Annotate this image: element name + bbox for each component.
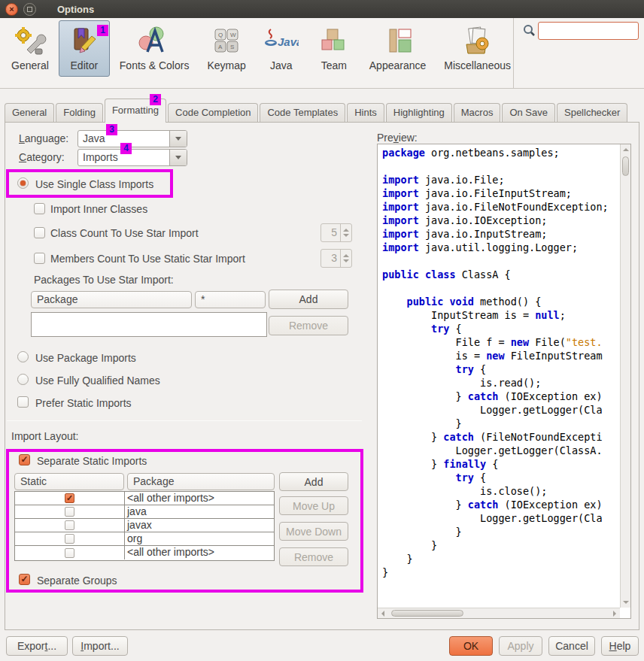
row-static-checkbox[interactable]: ✓: [65, 493, 74, 503]
toolbar-item-miscellaneous[interactable]: Miscellaneous: [436, 20, 519, 77]
help-button[interactable]: Help: [601, 636, 639, 656]
static-cell[interactable]: [15, 546, 125, 559]
row-static-checkbox[interactable]: [65, 520, 74, 530]
layout-add-button[interactable]: Add: [279, 472, 348, 491]
vertical-scroll-thumb[interactable]: [622, 156, 629, 176]
static-column-header[interactable]: Static: [14, 473, 124, 490]
package-cell[interactable]: org: [125, 532, 274, 545]
vertical-scrollbar[interactable]: [620, 144, 630, 608]
annotation-marker-3: 3: [106, 124, 117, 135]
row-static-checkbox[interactable]: [65, 534, 74, 544]
table-row[interactable]: javax: [15, 519, 274, 532]
spinner-arrows-icon[interactable]: [340, 250, 351, 267]
members-count-spinner[interactable]: 3: [320, 249, 352, 268]
team-icon: [317, 25, 351, 58]
toolbar-label-team: Team: [321, 59, 347, 71]
scroll-left-icon[interactable]: [378, 608, 388, 619]
category-dropdown[interactable]: Imports: [77, 149, 187, 166]
general-icon: [13, 25, 47, 58]
scroll-up-icon[interactable]: [621, 144, 631, 155]
scroll-right-icon[interactable]: [609, 608, 620, 619]
members-count-checkbox[interactable]: [34, 253, 45, 264]
package-cell[interactable]: javax: [125, 519, 274, 532]
ok-button[interactable]: OK: [449, 636, 493, 656]
package-cell[interactable]: <all other imports>: [125, 546, 274, 559]
toolbar-item-keymap[interactable]: QW AS Keymap: [199, 20, 254, 77]
use-single-class-imports-radio[interactable]: [17, 177, 29, 189]
static-cell[interactable]: ✓: [15, 492, 125, 505]
miscellaneous-icon: [460, 25, 495, 58]
import-button[interactable]: Import...: [72, 636, 128, 656]
scroll-down-icon[interactable]: [621, 597, 631, 608]
tab-spellchecker[interactable]: Spellchecker: [557, 103, 627, 123]
use-package-imports-radio[interactable]: [17, 351, 29, 362]
separate-static-imports-checkbox[interactable]: ✓: [19, 454, 30, 465]
toolbar-item-java[interactable]: Java Java: [256, 20, 307, 77]
search-input[interactable]: [538, 22, 639, 40]
export-button[interactable]: Export...: [6, 636, 68, 656]
apply-button[interactable]: Apply: [499, 636, 542, 656]
tab-macros[interactable]: Macros: [454, 103, 501, 123]
category-label: Category:: [19, 151, 65, 163]
row-static-checkbox[interactable]: [65, 548, 74, 558]
use-fully-qualified-names-label: Use Fully Qualified Names: [35, 374, 160, 387]
package-cell[interactable]: java: [125, 505, 274, 518]
use-single-class-imports-label: Use Single Class Imports: [35, 178, 153, 190]
star-column-header[interactable]: *: [195, 291, 266, 308]
toolbar-item-appearance[interactable]: Appearance: [361, 20, 435, 77]
table-row[interactable]: <all other imports>: [15, 546, 274, 559]
tab-general[interactable]: General: [5, 103, 54, 123]
move-up-button[interactable]: Move Up: [279, 496, 348, 515]
star-import-packages-list[interactable]: [31, 312, 267, 337]
static-cell[interactable]: [15, 519, 125, 532]
tab-on-save[interactable]: On Save: [502, 103, 555, 123]
class-count-label: Class Count To Use Star Import: [50, 227, 199, 239]
table-row[interactable]: ✓<all other imports>: [15, 492, 274, 505]
window-close-button[interactable]: ×: [5, 3, 18, 16]
toolbar-label-java: Java: [270, 59, 293, 71]
toolbar-item-team[interactable]: Team: [308, 20, 360, 77]
package-add-button[interactable]: Add: [269, 290, 348, 309]
row-static-checkbox[interactable]: [65, 507, 74, 517]
use-fully-qualified-names-radio[interactable]: [17, 374, 29, 385]
spinner-arrows-icon[interactable]: [340, 224, 351, 241]
language-dropdown[interactable]: Java: [77, 130, 187, 147]
editor-icon: [67, 25, 102, 58]
table-row[interactable]: java: [15, 505, 274, 519]
class-count-checkbox[interactable]: [34, 227, 45, 238]
code-line: is.read();: [382, 376, 620, 390]
code-line: is.close();: [382, 484, 620, 498]
horizontal-scrollbar[interactable]: [378, 608, 620, 618]
tab-folding[interactable]: Folding: [56, 103, 103, 123]
toolbar-item-fonts-colors[interactable]: Fonts & Colors: [111, 20, 198, 77]
prefer-static-imports-checkbox[interactable]: [17, 396, 29, 408]
static-cell[interactable]: [15, 532, 125, 545]
window-restore-button[interactable]: [23, 3, 36, 16]
horizontal-scroll-thumb[interactable]: [391, 610, 463, 617]
code-line: import java.util.logging.Logger;: [382, 241, 620, 254]
static-cell[interactable]: [15, 505, 125, 518]
separate-groups-label: Separate Groups: [37, 575, 117, 587]
tab-hints[interactable]: Hints: [347, 103, 384, 123]
tab-code-completion[interactable]: Code Completion: [168, 103, 258, 123]
tab-code-templates[interactable]: Code Templates: [260, 103, 345, 123]
annotation-marker-2: 2: [150, 94, 161, 105]
import-layout-table[interactable]: ✓<all other imports>javajavaxorg<all oth…: [14, 491, 275, 561]
separate-groups-checkbox[interactable]: ✓: [19, 574, 30, 585]
package-layout-column-header[interactable]: Package: [127, 473, 275, 490]
move-down-button[interactable]: Move Down: [279, 522, 348, 541]
import-inner-classes-checkbox[interactable]: [34, 203, 45, 214]
layout-remove-button[interactable]: Remove: [279, 547, 348, 566]
package-column-header[interactable]: Package: [31, 291, 192, 308]
svg-text:S: S: [230, 44, 234, 50]
package-remove-button[interactable]: Remove: [269, 316, 348, 335]
language-dropdown-button[interactable]: [169, 131, 187, 147]
package-cell[interactable]: <all other imports>: [125, 492, 274, 505]
cancel-button[interactable]: Cancel: [548, 636, 595, 656]
table-row[interactable]: org: [15, 532, 274, 546]
toolbar-item-general[interactable]: General: [3, 20, 57, 77]
class-count-spinner[interactable]: 5: [320, 223, 352, 242]
class-count-value: 5: [321, 224, 340, 241]
tab-highlighting[interactable]: Highlighting: [386, 103, 452, 123]
category-dropdown-button[interactable]: [169, 150, 187, 165]
